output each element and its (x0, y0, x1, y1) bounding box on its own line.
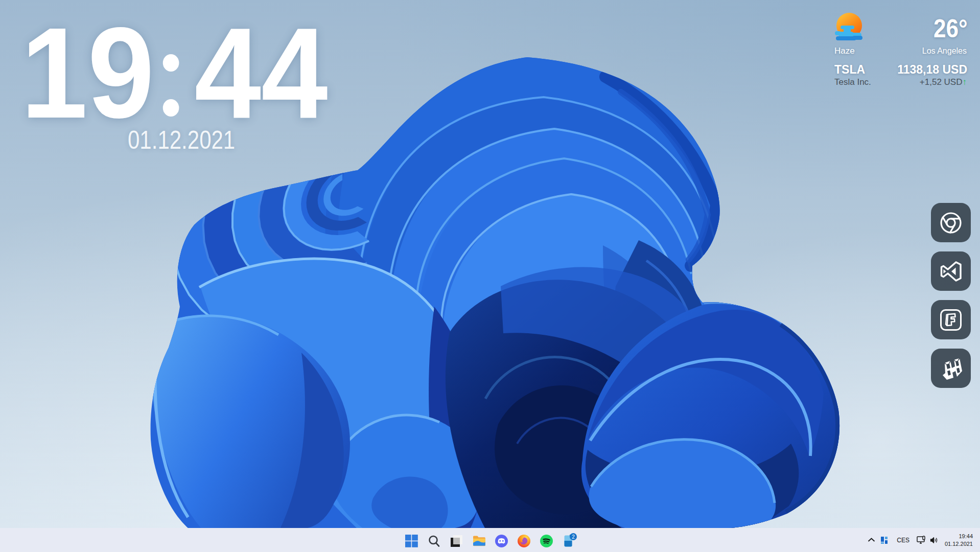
svg-text:2: 2 (572, 534, 575, 540)
